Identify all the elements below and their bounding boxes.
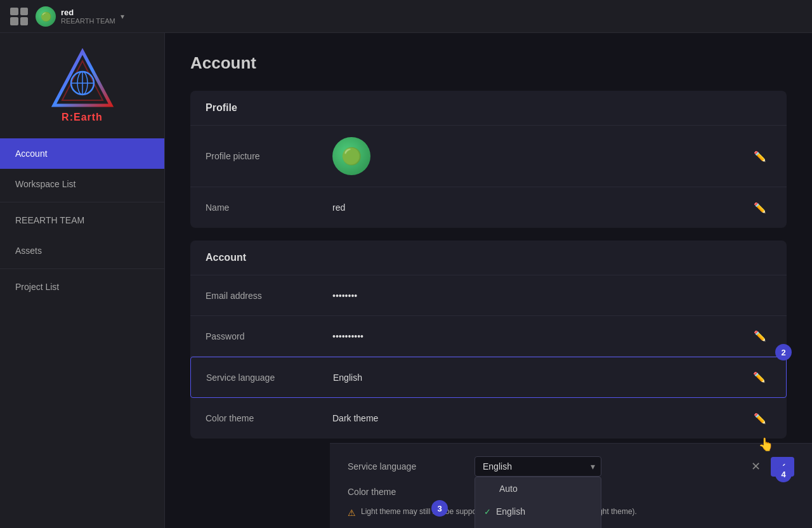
panel-service-language-row: Service language Auto English 日本語 ▾ Auto <box>348 456 794 477</box>
sidebar-item-project-list[interactable]: Project List <box>0 272 164 302</box>
layout: R:Earth Account Workspace List REEARTH T… <box>0 33 812 528</box>
field-row-password: Password •••••••••• ✏️ <box>190 316 787 357</box>
field-row-email: Email address •••••••• <box>190 275 787 316</box>
user-name: red <box>61 8 115 17</box>
sidebar-item-assets[interactable]: Assets <box>0 235 164 266</box>
profile-picture-label: Profile picture <box>206 151 332 161</box>
logo-text: R:Earth <box>62 112 103 123</box>
page-title: Account <box>190 53 787 73</box>
close-panel-button[interactable]: ✕ <box>746 457 766 476</box>
english-label: English <box>496 506 525 517</box>
menu-item-auto[interactable]: Auto <box>475 477 601 500</box>
warning-icon: ⚠ <box>348 508 356 518</box>
step-badge-2: 2 <box>775 344 792 360</box>
sidebar-item-workspace-list[interactable]: Workspace List <box>0 169 164 199</box>
main-content: Account Profile Profile picture 🟢 ✏️ Nam… <box>165 33 812 528</box>
auto-label: Auto <box>499 484 518 494</box>
edit-service-language-button[interactable]: ✏️ <box>748 369 771 386</box>
email-label: Email address <box>206 291 332 301</box>
field-row-profile-picture: Profile picture 🟢 ✏️ <box>190 126 787 187</box>
sidebar-divider <box>0 202 164 202</box>
team-name: REEARTH TEAM <box>61 17 115 25</box>
edit-profile-picture-button[interactable]: ✏️ <box>749 148 771 165</box>
step-badge-4: 4 <box>775 466 792 482</box>
edit-password-button[interactable]: ✏️ <box>749 327 771 345</box>
profile-card-header: Profile <box>190 91 787 126</box>
edit-color-theme-button[interactable]: ✏️ <box>749 410 771 427</box>
avatar-preview: 🟢 <box>332 137 370 175</box>
reearth-logo-icon <box>51 48 114 112</box>
panel-color-theme-label: Color theme <box>348 487 475 497</box>
password-value: •••••••••• <box>332 331 749 341</box>
topbar: 🟢 red REEARTH TEAM ▾ <box>0 0 812 33</box>
service-language-value: English <box>333 373 748 383</box>
chevron-down-icon[interactable]: ▾ <box>121 12 124 21</box>
color-theme-value: Dark theme <box>332 413 749 423</box>
step-badge-3: 3 <box>431 500 448 517</box>
account-card-header: Account <box>190 241 787 275</box>
menu-item-japanese[interactable]: 日本語 <box>475 523 601 528</box>
menu-item-english[interactable]: ✓ English <box>475 500 601 523</box>
apps-grid-icon[interactable] <box>10 8 28 25</box>
color-theme-label: Color theme <box>206 413 332 423</box>
profile-card: Profile Profile picture 🟢 ✏️ Name red ✏️ <box>190 91 787 228</box>
sidebar-nav: Account Workspace List REEARTH TEAM Asse… <box>0 138 164 528</box>
sidebar-logo: R:Earth <box>0 33 164 138</box>
sidebar-divider-2 <box>0 268 164 269</box>
sidebar: R:Earth Account Workspace List REEARTH T… <box>0 33 165 528</box>
user-info: red REEARTH TEAM <box>61 8 115 25</box>
name-value: red <box>332 202 749 213</box>
service-language-panel: Service language Auto English 日本語 ▾ Auto <box>330 443 812 528</box>
language-select[interactable]: Auto English 日本語 <box>475 456 601 477</box>
sidebar-item-account[interactable]: Account <box>0 138 164 169</box>
sidebar-item-team[interactable]: REEARTH TEAM <box>0 205 164 235</box>
field-row-name: Name red ✏️ <box>190 187 787 228</box>
name-label: Name <box>206 202 332 213</box>
password-label: Password <box>206 331 332 341</box>
avatar: 🟢 <box>36 6 56 27</box>
check-icon: ✓ <box>484 507 491 517</box>
edit-name-button[interactable]: ✏️ <box>749 199 771 216</box>
email-value: •••••••• <box>332 291 771 301</box>
panel-service-language-label: Service language <box>348 461 475 472</box>
service-language-label: Service language <box>206 373 333 383</box>
field-row-service-language: Service language English ✏️ <box>190 357 787 398</box>
field-row-color-theme: Color theme Dark theme ✏️ <box>190 398 787 439</box>
profile-picture-value: 🟢 <box>332 137 749 175</box>
language-select-wrapper: Auto English 日本語 ▾ Auto ✓ English <box>475 456 601 477</box>
account-card: Account Email address •••••••• Password … <box>190 241 787 439</box>
language-dropdown-menu: Auto ✓ English 日本語 <box>475 477 601 528</box>
